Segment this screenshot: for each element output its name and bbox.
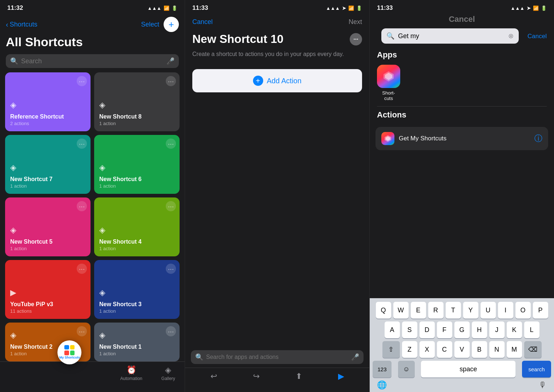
select-button[interactable]: Select xyxy=(141,21,159,28)
play-icon[interactable]: ▶ xyxy=(338,372,344,381)
mic-icon-1[interactable]: 🎤 xyxy=(166,57,174,65)
key-v[interactable]: V xyxy=(454,341,470,358)
key-shift[interactable]: ⇧ xyxy=(382,341,400,358)
search-input-1[interactable] xyxy=(21,57,164,65)
key-p[interactable]: P xyxy=(533,302,548,319)
add-shortcut-button[interactable]: + xyxy=(164,17,179,32)
status-bar-1: 11:32 ▲▲▲ 📶 🔋 xyxy=(0,0,185,14)
shortcut-name: New Shortcut 3 xyxy=(99,301,174,308)
shortcuts-grid: ··· ◈ Reference Shortcut 2 actions ··· ◈… xyxy=(0,72,185,361)
key-t[interactable]: T xyxy=(446,302,461,319)
action-item-left: Get My Shortcuts xyxy=(381,132,446,145)
list-item[interactable]: ··· ▶ YouTube PiP v3 11 actions xyxy=(5,260,91,319)
card-more-icon[interactable]: ··· xyxy=(166,139,176,149)
list-item[interactable]: ··· ◈ Reference Shortcut 2 actions xyxy=(5,72,91,131)
key-u[interactable]: U xyxy=(481,302,496,319)
tab-gallery[interactable]: ◈ Gallery xyxy=(161,365,175,381)
card-more-icon[interactable]: ··· xyxy=(166,76,176,86)
key-b[interactable]: B xyxy=(472,341,487,358)
key-h[interactable]: H xyxy=(472,321,487,338)
list-item[interactable]: ··· ◈ New Shortcut 3 1 action xyxy=(94,260,180,319)
list-item[interactable]: ··· ◈ New Shortcut 5 1 action xyxy=(5,197,91,256)
key-m[interactable]: M xyxy=(507,341,522,358)
key-y[interactable]: Y xyxy=(463,302,478,319)
cancel-button-2[interactable]: Cancel xyxy=(192,18,213,26)
my-shortcuts-tab[interactable]: My Shortcuts xyxy=(57,340,81,364)
key-a[interactable]: A xyxy=(385,321,400,338)
battery-icon-3: 🔋 xyxy=(541,5,547,11)
card-more-icon[interactable]: ··· xyxy=(77,139,87,149)
key-o[interactable]: O xyxy=(515,302,531,319)
youtube-icon: ▶ xyxy=(10,288,85,297)
gallery-icon: ◈ xyxy=(165,365,171,375)
key-f[interactable]: F xyxy=(437,321,452,338)
app-item-shortcuts[interactable]: Short-cuts xyxy=(377,65,400,101)
shortcut-icon: ◈ xyxy=(10,100,85,110)
mic-icon-keyboard[interactable]: 🎙 xyxy=(539,380,547,390)
list-item[interactable]: ··· ◈ New Shortcut 7 1 action xyxy=(5,135,91,194)
action-get-my-shortcuts[interactable]: Get My Shortcuts ⓘ xyxy=(376,127,548,150)
key-space[interactable]: space xyxy=(421,361,515,377)
shortcut-name: New Shortcut 5 xyxy=(10,239,85,245)
key-e[interactable]: E xyxy=(411,302,426,319)
shortcut-count: 1 action xyxy=(10,183,85,189)
key-s[interactable]: S xyxy=(402,321,417,338)
mic-icon-2[interactable]: 🎤 xyxy=(351,353,359,361)
key-j[interactable]: J xyxy=(489,321,505,338)
redo-icon[interactable]: ↪ xyxy=(253,372,260,381)
keyboard-row-1: Q W E R T Y U I O P xyxy=(371,302,553,319)
key-x[interactable]: X xyxy=(419,341,435,358)
back-button-1[interactable]: ‹ Shortcuts xyxy=(6,20,37,29)
share-icon[interactable]: ⬆ xyxy=(296,372,302,381)
list-item[interactable]: ··· ◈ New Shortcut 4 1 action xyxy=(94,197,180,256)
card-more-icon[interactable]: ··· xyxy=(77,76,87,86)
status-time-2: 11:33 xyxy=(192,4,208,12)
card-more-icon[interactable]: ··· xyxy=(77,264,87,274)
search-icon-3: 🔍 xyxy=(386,32,394,40)
search-bar-2[interactable]: 🔍 🎤 xyxy=(191,350,364,364)
key-z[interactable]: Z xyxy=(402,341,417,358)
key-search[interactable]: search xyxy=(522,361,551,377)
tab-automation[interactable]: ⏰ Automation xyxy=(120,365,142,381)
card-more-icon[interactable]: ··· xyxy=(166,326,176,336)
actions-section-title: Actions xyxy=(377,110,547,120)
key-c[interactable]: C xyxy=(437,341,452,358)
key-emoji[interactable]: ☺ xyxy=(398,361,415,377)
clear-search-icon[interactable]: ⊗ xyxy=(508,32,514,40)
key-n[interactable]: N xyxy=(489,341,505,358)
shortcut-icon: ◈ xyxy=(99,225,174,235)
wifi-icon-2: 📶 xyxy=(348,5,354,11)
partial-title: Cancel xyxy=(370,14,554,26)
search-icon-1: 🔍 xyxy=(10,57,18,65)
search-overlay[interactable]: 🔍 ⊗ xyxy=(381,28,519,44)
key-123[interactable]: 123 xyxy=(373,361,392,377)
key-i[interactable]: I xyxy=(498,302,513,319)
list-item[interactable]: ··· ◈ New Shortcut 1 1 action xyxy=(94,323,180,361)
key-d[interactable]: D xyxy=(419,321,435,338)
card-more-icon[interactable]: ··· xyxy=(166,264,176,274)
list-item[interactable]: ··· ◈ New Shortcut 6 1 action xyxy=(94,135,180,194)
key-l[interactable]: L xyxy=(524,321,539,338)
card-more-icon[interactable]: ··· xyxy=(77,326,87,336)
key-g[interactable]: G xyxy=(454,321,470,338)
more-options-button[interactable]: ··· xyxy=(350,33,362,45)
search-input-2[interactable] xyxy=(206,354,348,360)
tab-gallery-label: Gallery xyxy=(161,376,175,381)
key-w[interactable]: W xyxy=(393,302,409,319)
key-backspace[interactable]: ⌫ xyxy=(524,341,542,358)
card-more-icon[interactable]: ··· xyxy=(166,201,176,211)
cancel-search-button[interactable]: Cancel xyxy=(527,33,550,40)
action-info-button[interactable]: ⓘ xyxy=(534,133,542,144)
action-shortcuts-svg xyxy=(384,135,392,143)
key-k[interactable]: K xyxy=(507,321,522,338)
add-action-button[interactable]: + Add Action xyxy=(192,69,362,92)
search-bar-1[interactable]: 🔍 🎤 xyxy=(6,54,179,68)
next-button-2[interactable]: Next xyxy=(349,18,362,26)
globe-icon[interactable]: 🌐 xyxy=(377,380,387,390)
key-r[interactable]: R xyxy=(428,302,443,319)
search-input-3[interactable] xyxy=(398,32,505,40)
undo-icon[interactable]: ↩ xyxy=(210,372,217,381)
list-item[interactable]: ··· ◈ New Shortcut 8 1 action xyxy=(94,72,180,131)
key-q[interactable]: Q xyxy=(376,302,391,319)
card-more-icon[interactable]: ··· xyxy=(77,201,87,211)
